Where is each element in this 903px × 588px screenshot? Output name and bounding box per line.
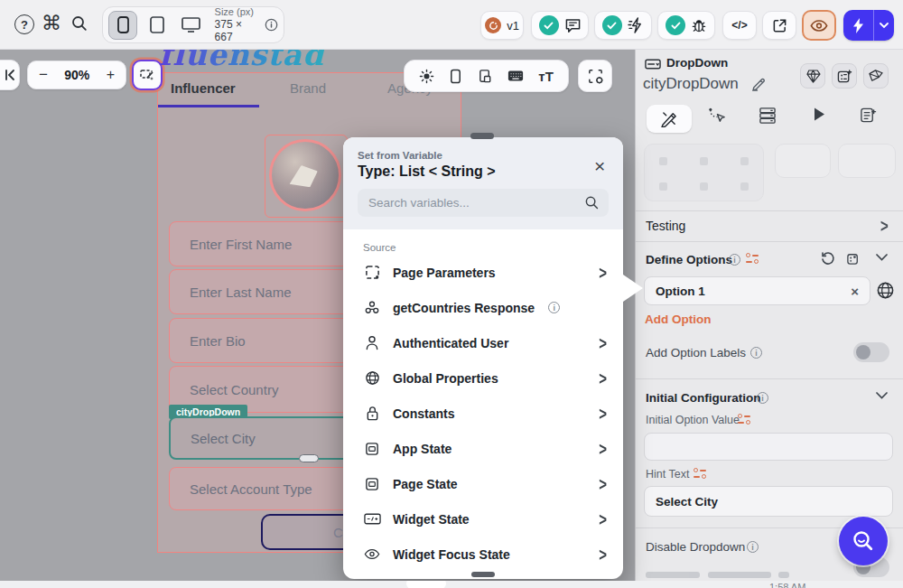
city-hint: Select City [191,431,256,446]
rename-pencil-icon[interactable] [751,78,766,92]
collapse-section-chevron-icon[interactable] [876,392,888,399]
collapse-section-chevron-icon[interactable] [876,254,888,261]
flutterflow-editor: Influencer Brand Agency Enter First Name… [0,0,903,588]
faded-input-box[interactable] [838,144,896,178]
chevron-right-icon: > [880,215,889,235]
tab-documentation[interactable] [860,107,877,124]
hint-text-input[interactable]: Select City [644,486,893,517]
faded-input-box[interactable] [775,144,831,178]
tab-run[interactable] [813,107,826,122]
check-icon [666,15,685,35]
canvas-settings-button[interactable] [578,60,612,92]
keyboard-icon[interactable] [507,70,524,82]
translate-globe-icon[interactable] [876,281,895,300]
option-1-input[interactable]: Option 1 × [644,276,870,305]
variable-source-widget-state[interactable]: Widget State > [343,501,623,537]
open-in-new-button[interactable] [762,11,796,40]
user-icon [363,335,381,350]
copy-options-icon[interactable] [846,251,861,266]
theme-brightness-icon[interactable] [419,69,434,84]
version-badge[interactable]: v1 [480,11,524,40]
variable-source-getcountries-response[interactable]: getCountries Response i [343,290,623,325]
device-size-group: Size (px) 375 × 667 [102,6,284,43]
info-icon[interactable]: i [757,392,768,404]
device-desktop-button[interactable] [177,11,206,40]
variable-source-authenticated-user[interactable]: Authenticated User > [343,325,623,360]
faded-alignment-section [636,140,903,210]
lock-icon [363,406,381,421]
variable-search[interactable] [358,189,609,217]
popup-anchor-pointer [623,275,643,302]
alignment-grid[interactable] [644,144,764,201]
frame-settings-icon [587,68,604,85]
device-tablet-button[interactable] [143,11,172,40]
device-frame-icon[interactable] [449,69,462,84]
theme-settings-button[interactable] [800,63,825,89]
tab-actions[interactable] [708,107,726,125]
info-icon[interactable]: i [548,302,560,313]
variable-source-app-state[interactable]: App State > [343,431,623,466]
set-from-variable-icon[interactable] [738,414,750,425]
popup-drag-handle[interactable] [470,133,494,139]
popup-header: Set from Variable Type: List < String > … [343,137,623,229]
preview-eye-button[interactable] [802,10,836,41]
debug-status-button[interactable] [657,11,715,40]
avatar[interactable] [269,139,341,211]
help-icon[interactable]: ? [14,14,34,34]
initial-option-value-input[interactable] [644,433,893,461]
set-from-variable-icon[interactable] [746,253,759,264]
info-icon[interactable]: i [747,541,759,553]
globe-icon [363,370,381,386]
variable-source-page-parameters[interactable]: Page Parameters > [343,255,623,290]
multi-screen-icon[interactable] [478,69,493,84]
account-type-hint: Select Account Type [190,481,312,497]
search-variables-input[interactable] [367,195,584,210]
add-option-labels-label: Add Option Labels [646,346,746,359]
avatar-selection-box[interactable] [265,135,348,218]
collapse-left-panel-button[interactable] [0,60,20,90]
tab-backend[interactable] [759,107,777,124]
zoom-out-button[interactable]: − [39,66,48,84]
test-run-button[interactable] [843,10,894,41]
search-icon[interactable] [70,14,88,33]
info-icon[interactable]: i [729,254,740,266]
size-info-icon[interactable] [265,18,278,32]
add-option-button[interactable]: Add Option [645,313,711,326]
close-icon[interactable]: × [594,157,605,175]
variable-source-widget-focus-state[interactable]: Widget Focus State > [343,537,623,572]
variable-source-global-properties[interactable]: Global Properties > [343,360,623,396]
device-phone-button[interactable] [108,11,137,40]
actions-status-button[interactable] [594,11,652,40]
set-from-variable-icon[interactable] [694,468,706,479]
zoom-level: 90% [64,68,89,82]
run-options-chevron-icon[interactable] [874,23,894,29]
testing-section-header[interactable]: Testing > [636,211,903,241]
variable-source-constants[interactable]: Constants > [343,396,623,431]
tab-brand[interactable]: Brand [290,80,326,96]
create-component-button[interactable] [832,63,857,89]
app-logo-clip: fluenstad [90,50,397,71]
storyboard-button[interactable] [863,63,889,89]
popup-type-label: Type: List < String > [358,163,609,180]
command-search-fab[interactable] [839,517,888,565]
reset-icon[interactable] [821,252,835,266]
add-option-labels-toggle[interactable] [853,342,889,362]
tab-influencer[interactable]: Influencer [171,80,236,96]
collapse-icon [4,69,16,81]
command-menu-icon[interactable]: ⌘ [42,12,61,35]
check-icon [602,15,622,35]
popup-scroll-indicator[interactable] [471,572,495,577]
variable-source-page-state[interactable]: Page State > [343,466,623,501]
chevron-right-icon: > [599,544,607,565]
view-code-button[interactable]: </> [722,11,757,40]
tab-properties-active[interactable] [647,105,692,133]
chevron-right-icon: > [599,509,607,529]
define-options-label: Define Options [646,253,732,266]
resize-handle[interactable] [299,454,319,462]
info-icon[interactable]: i [750,347,762,359]
clear-option-icon[interactable]: × [851,284,859,299]
clipped-next-section [636,568,903,581]
avatar-photo-shape [285,161,321,192]
text-scale-icon[interactable]: тT [538,69,554,84]
comments-status-button[interactable] [531,11,589,40]
